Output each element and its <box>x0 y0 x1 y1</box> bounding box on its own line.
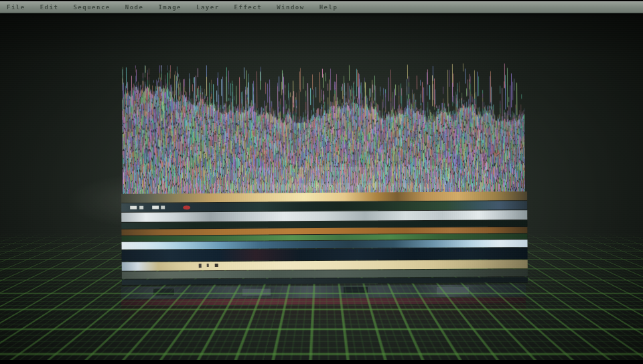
image-layer-strips <box>121 191 528 286</box>
menu-item-help[interactable]: Help <box>312 4 346 11</box>
strip-mark <box>139 205 143 209</box>
strip-mark <box>199 264 202 268</box>
menu-item-image[interactable]: Image <box>151 4 189 11</box>
strip-mark <box>215 264 218 267</box>
strip-mark <box>207 264 209 267</box>
viewport-3d[interactable] <box>0 0 643 364</box>
letterbox-bottom <box>0 360 643 364</box>
menu-item-edit[interactable]: Edit <box>33 4 66 11</box>
strip-mark <box>183 205 190 209</box>
strip-mark <box>152 205 159 209</box>
application-window: File Edit Sequence Node Image Layer Effe… <box>0 0 643 364</box>
menu-item-layer[interactable]: Layer <box>189 4 227 11</box>
menu-item-sequence[interactable]: Sequence <box>66 4 117 11</box>
strip-mark <box>161 205 165 209</box>
layer-stack <box>119 58 530 314</box>
menu-item-file[interactable]: File <box>0 4 33 11</box>
menu-item-window[interactable]: Window <box>269 4 312 11</box>
strip-mark <box>131 205 137 209</box>
menu-item-effect[interactable]: Effect <box>227 4 270 11</box>
noise-spectrum-canvas <box>122 60 525 201</box>
menu-item-node[interactable]: Node <box>118 4 151 11</box>
menu-bar: File Edit Sequence Node Image Layer Effe… <box>0 1 643 13</box>
